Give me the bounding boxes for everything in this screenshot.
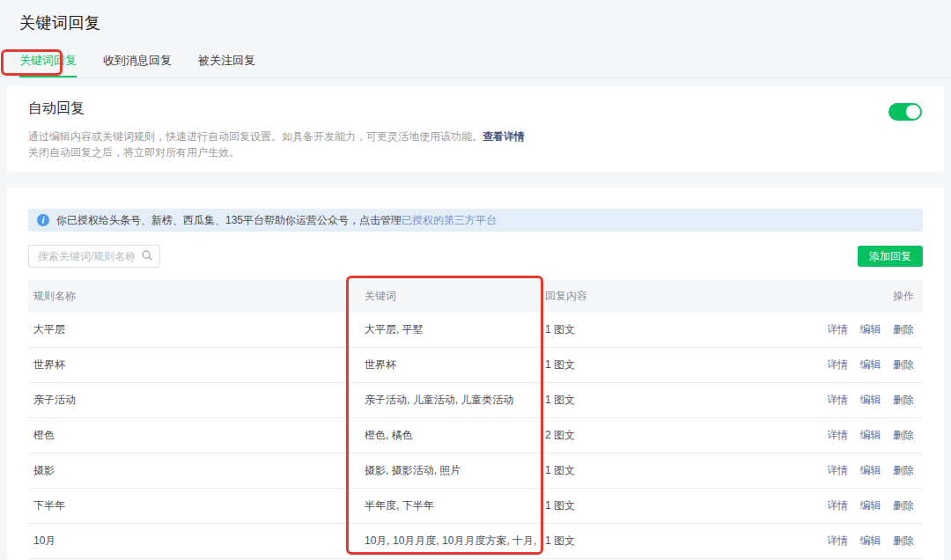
cell-keywords: 橙色, 橘色: [359, 428, 540, 443]
edit-link[interactable]: 编辑: [860, 534, 881, 547]
cell-reply-content: 1 图文: [540, 498, 808, 513]
table-row: 下半年 半年度, 下半年 1 图文 详情 编辑 删除: [28, 489, 923, 524]
cell-rule-name: 大平层: [28, 322, 359, 337]
cell-keywords: 半年度, 下半年: [359, 498, 540, 513]
cell-rule-name: 亲子活动: [28, 393, 359, 408]
detail-link[interactable]: 详情: [827, 323, 848, 335]
edit-link[interactable]: 编辑: [860, 464, 881, 476]
edit-link[interactable]: 编辑: [860, 499, 881, 512]
auto-reply-toggle[interactable]: [888, 103, 922, 121]
cell-rule-name: 下半年: [28, 498, 359, 513]
detail-link[interactable]: 详情: [827, 429, 848, 441]
search-box: [28, 245, 160, 268]
delete-link[interactable]: 删除: [893, 358, 914, 371]
detail-link[interactable]: 详情: [827, 464, 848, 476]
detail-link[interactable]: 详情: [827, 534, 848, 547]
search-icon: [141, 249, 153, 262]
page-header: 关键词回复 关键词回复 收到消息回复 被关注回复: [0, 0, 951, 78]
edit-link[interactable]: 编辑: [860, 394, 881, 406]
info-icon: i: [37, 214, 49, 226]
tab-keyword-reply[interactable]: 关键词回复: [19, 53, 77, 77]
edit-link[interactable]: 编辑: [860, 358, 881, 371]
cell-reply-content: 1 图文: [540, 534, 808, 549]
delete-link[interactable]: 删除: [893, 499, 914, 512]
edit-link[interactable]: 编辑: [860, 323, 881, 335]
auto-reply-description: 通过编辑内容或关键词规则，快速进行自动回复设置。如具备开发能力，可更灵活地使用该…: [28, 129, 923, 160]
tabbar: 关键词回复 收到消息回复 被关注回复: [19, 53, 951, 78]
header-actions: 操作: [808, 289, 923, 304]
table-row: 世界杯 世界杯 1 图文 详情 编辑 删除: [28, 348, 923, 383]
cell-actions: 详情 编辑 删除: [808, 428, 923, 443]
toolbar: 添加回复: [28, 245, 923, 268]
table-header-row: 规则名称 关键词 回复内容 操作: [28, 280, 923, 313]
toggle-knob: [906, 105, 920, 119]
auto-reply-desc-line1: 通过编辑内容或关键词规则，快速进行自动回复设置。如具备开发能力，可更灵活地使用该…: [28, 130, 483, 143]
table-row: 10月 10月, 10月月度, 10月月度方案, 十月, 十月方案 1 图文 详…: [28, 524, 923, 559]
header-keywords: 关键词: [359, 289, 540, 304]
authorization-banner: i 你已授权给头条号、新榜、西瓜集、135平台帮助你运营公众号，点击管理已授权的…: [28, 209, 923, 232]
auto-reply-desc-line2: 关闭自动回复之后，将立即对所有用户生效。: [28, 146, 240, 158]
header-reply-content: 回复内容: [540, 289, 808, 304]
cell-reply-content: 1 图文: [540, 357, 808, 372]
cell-rule-name: 橙色: [28, 428, 359, 443]
edit-link[interactable]: 编辑: [860, 429, 881, 441]
cell-actions: 详情 编辑 删除: [808, 393, 923, 408]
cell-actions: 详情 编辑 删除: [808, 498, 923, 513]
cell-rule-name: 10月: [28, 534, 359, 549]
cell-keywords: 世界杯: [359, 357, 540, 372]
add-reply-button[interactable]: 添加回复: [858, 246, 923, 267]
main-card: i 你已授权给头条号、新榜、西瓜集、135平台帮助你运营公众号，点击管理已授权的…: [7, 188, 944, 560]
cell-actions: 详情 编辑 删除: [808, 322, 923, 337]
table-body: 大平层 大平层, 平墅 1 图文 详情 编辑 删除 世界杯 世界杯 1 图文 详…: [28, 313, 923, 559]
delete-link[interactable]: 删除: [893, 429, 914, 441]
cell-actions: 详情 编辑 删除: [808, 357, 923, 372]
tab-follow-reply[interactable]: 被关注回复: [198, 53, 255, 77]
table-row: 摄影 摄影, 摄影活动, 照片 1 图文 详情 编辑 删除: [28, 453, 923, 489]
table-row: 大平层 大平层, 平墅 1 图文 详情 编辑 删除: [28, 313, 923, 348]
cell-reply-content: 2 图文: [540, 428, 808, 443]
cell-rule-name: 摄影: [28, 463, 359, 478]
tab-message-reply[interactable]: 收到消息回复: [103, 53, 172, 77]
cell-actions: 详情 编辑 删除: [808, 534, 923, 549]
cell-keywords: 10月, 10月月度, 10月月度方案, 十月, 十月方案: [359, 534, 540, 549]
delete-link[interactable]: 删除: [893, 394, 914, 406]
cell-actions: 详情 编辑 删除: [808, 463, 923, 478]
delete-link[interactable]: 删除: [893, 464, 914, 476]
page-title: 关键词回复: [19, 12, 951, 33]
cell-rule-name: 世界杯: [28, 357, 359, 372]
table-row: 橙色 橙色, 橘色 2 图文 详情 编辑 删除: [28, 418, 923, 453]
cell-reply-content: 1 图文: [540, 393, 808, 408]
auto-reply-card: 自动回复 通过编辑内容或关键词规则，快速进行自动回复设置。如具备开发能力，可更灵…: [7, 85, 944, 172]
cell-keywords: 大平层, 平墅: [359, 322, 540, 337]
detail-link[interactable]: 详情: [827, 358, 848, 371]
cell-reply-content: 1 图文: [540, 463, 808, 478]
auto-reply-title: 自动回复: [28, 99, 923, 118]
view-details-link[interactable]: 查看详情: [483, 130, 525, 143]
banner-text: 你已授权给头条号、新榜、西瓜集、135平台帮助你运营公众号，点击管理: [56, 213, 402, 228]
table-row: 亲子活动 亲子活动, 儿童活动, 儿童类活动 1 图文 详情 编辑 删除: [28, 383, 923, 418]
cell-reply-content: 1 图文: [540, 322, 808, 337]
detail-link[interactable]: 详情: [827, 394, 848, 406]
cell-keywords: 亲子活动, 儿童活动, 儿童类活动: [359, 393, 540, 408]
detail-link[interactable]: 详情: [827, 499, 848, 512]
authorized-platforms-link[interactable]: 已授权的第三方平台: [402, 213, 497, 228]
delete-link[interactable]: 删除: [893, 534, 914, 547]
delete-link[interactable]: 删除: [893, 323, 914, 335]
header-rule-name: 规则名称: [28, 289, 359, 304]
rules-table: 规则名称 关键词 回复内容 操作 大平层 大平层, 平墅 1 图文 详情 编辑 …: [28, 280, 923, 559]
cell-keywords: 摄影, 摄影活动, 照片: [359, 463, 540, 478]
